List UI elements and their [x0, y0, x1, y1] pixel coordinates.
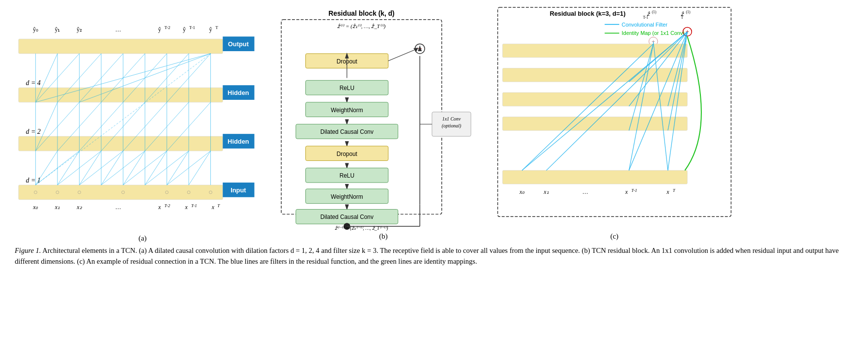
svg-text:ReLU: ReLU [340, 172, 354, 179]
svg-rect-2 [19, 185, 223, 200]
svg-text:ŷ₁: ŷ₁ [55, 26, 60, 33]
svg-text:T-1: T-1 [643, 15, 648, 20]
svg-rect-171 [502, 68, 687, 82]
svg-text:…: … [116, 204, 121, 211]
svg-text:ŷ: ŷ [183, 26, 186, 33]
svg-point-100 [78, 191, 81, 194]
svg-line-44 [79, 151, 101, 185]
panel-b-svg: Residual block (k, d) ẑ⁽ⁱ⁾ = (ẑ₁⁽ⁱ⁾, …, … [275, 5, 492, 231]
svg-line-39 [35, 151, 58, 185]
svg-text:x: x [211, 204, 215, 211]
svg-text:T-1: T-1 [632, 188, 637, 193]
svg-text:Dilated Causal Conv: Dilated Causal Conv [320, 214, 374, 220]
panel-c-svg: Residual block (k=3, d=1) Convolutional … [492, 5, 737, 231]
svg-rect-154 [498, 7, 731, 216]
svg-text:Residual block (k, d): Residual block (k, d) [328, 9, 394, 17]
svg-line-56 [167, 151, 189, 185]
svg-text:(1): (1) [686, 10, 691, 14]
figures-row: d = 1 Input d = 2 Hidden d = 4 Hidden [10, 5, 858, 241]
caption-prefix: Figure 1. [15, 246, 41, 254]
svg-point-101 [121, 191, 124, 194]
svg-text:Dropout: Dropout [337, 151, 358, 157]
svg-text:…: … [116, 26, 121, 33]
svg-point-98 [34, 191, 37, 194]
svg-text:WeightNorm: WeightNorm [331, 107, 363, 114]
svg-text:Convolutional Filter: Convolutional Filter [622, 22, 667, 28]
svg-text:ŷ: ŷ [209, 26, 212, 33]
svg-text:1x1 Conv: 1x1 Conv [442, 116, 461, 122]
svg-text:x: x [184, 204, 188, 211]
svg-text:x₀: x₀ [519, 188, 525, 195]
svg-rect-173 [502, 117, 687, 131]
svg-line-47 [101, 151, 123, 185]
caption-text: Architectural elements in a TCN. (a) A d… [15, 246, 839, 265]
svg-text:d = 4: d = 4 [26, 79, 41, 87]
svg-text:ReLU: ReLU [340, 85, 354, 92]
figure-caption: Figure 1. Architectural elements in a TC… [10, 241, 858, 267]
svg-text:(optional): (optional) [442, 123, 462, 129]
svg-text:x₂: x₂ [76, 204, 82, 211]
svg-text:T-1: T-1 [189, 25, 195, 30]
svg-text:d = 2: d = 2 [26, 128, 41, 135]
svg-rect-10 [19, 88, 223, 102]
svg-line-41 [58, 151, 80, 185]
svg-text:T: T [673, 188, 676, 193]
svg-text:Identity Map (or 1x1 Conv): Identity Map (or 1x1 Conv) [622, 30, 685, 36]
svg-text:Residual block (k=3, d=1): Residual block (k=3, d=1) [550, 10, 625, 17]
svg-point-103 [187, 191, 190, 194]
svg-text:ŷ₂: ŷ₂ [77, 26, 82, 33]
svg-text:ŷ: ŷ [158, 26, 161, 33]
panel-c-label: (c) [610, 232, 619, 241]
svg-rect-6 [19, 136, 223, 151]
panel-b-label: (b) [379, 232, 388, 241]
svg-text:T: T [215, 25, 218, 30]
svg-line-53 [145, 151, 167, 185]
svg-line-50 [123, 151, 145, 185]
svg-text:x: x [158, 204, 161, 211]
svg-line-114 [388, 49, 417, 61]
svg-text:(1): (1) [652, 10, 657, 14]
svg-text:ẑ⁽ⁱ⁾ = (ẑ₁⁽ⁱ⁾, …, ẑ_T⁽ⁱ⁾): ẑ⁽ⁱ⁾ = (ẑ₁⁽ⁱ⁾, …, ẑ_T⁽ⁱ⁾) [337, 23, 385, 30]
svg-line-59 [189, 151, 211, 185]
svg-rect-174 [502, 170, 687, 184]
main-container: d = 1 Input d = 2 Hidden d = 4 Hidden [0, 0, 868, 272]
svg-text:Hidden: Hidden [228, 89, 249, 96]
svg-point-104 [209, 191, 212, 194]
svg-text:Output: Output [228, 40, 249, 48]
svg-text:T: T [681, 15, 684, 20]
svg-rect-14 [19, 39, 223, 54]
svg-text:x₁: x₁ [55, 204, 60, 211]
svg-text:Input: Input [231, 186, 246, 194]
svg-line-187 [522, 44, 653, 170]
svg-point-102 [165, 191, 168, 194]
svg-text:…: … [582, 188, 588, 195]
svg-text:WeightNorm: WeightNorm [331, 193, 363, 200]
panel-c: Residual block (k=3, d=1) Convolutional … [492, 5, 737, 241]
svg-text:T-1: T-1 [191, 203, 197, 208]
svg-text:x: x [666, 188, 669, 195]
svg-text:x₀: x₀ [32, 204, 38, 211]
svg-text:x: x [625, 188, 628, 195]
panel-a-svg: d = 1 Input d = 2 Hidden d = 4 Hidden [10, 5, 275, 231]
svg-point-99 [56, 191, 59, 194]
svg-text:T-2: T-2 [165, 25, 171, 30]
svg-text:x₁: x₁ [543, 188, 549, 195]
svg-text:Dilated Causal Conv: Dilated Causal Conv [320, 128, 374, 135]
svg-line-182 [629, 44, 653, 170]
panel-a: d = 1 Input d = 2 Hidden d = 4 Hidden [10, 5, 275, 241]
svg-text:T-2: T-2 [165, 203, 171, 208]
panel-b: Residual block (k, d) ẑ⁽ⁱ⁾ = (ẑ₁⁽ⁱ⁾, …, … [275, 5, 492, 241]
svg-text:ŷ₀: ŷ₀ [33, 26, 38, 33]
svg-text:Hidden: Hidden [228, 138, 249, 145]
svg-text:T: T [217, 203, 220, 208]
panel-a-label: (a) [10, 234, 275, 243]
